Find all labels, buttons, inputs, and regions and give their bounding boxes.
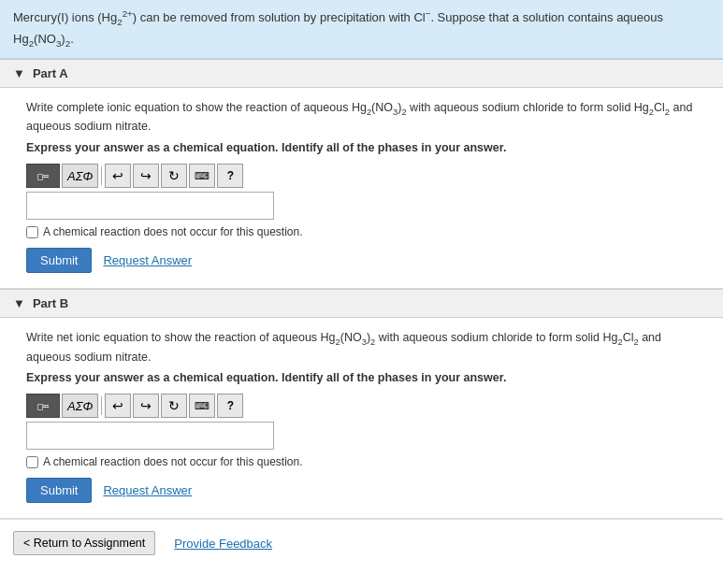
part-b-templates-btn[interactable]: □═ [26,394,60,418]
part-a-refresh-btn[interactable]: ↻ [161,164,187,188]
part-b-greek-btn[interactable]: ΑΣΦ [62,394,98,418]
part-b-action-row: Submit Request Answer [26,478,697,503]
part-a-submit-button[interactable]: Submit [26,248,92,273]
part-a-redo-btn[interactable]: ↪ [133,164,159,188]
part-b-no-reaction-checkbox[interactable] [26,456,38,468]
part-b-submit-button[interactable]: Submit [26,478,92,503]
part-b-refresh-btn[interactable]: ↻ [161,394,187,418]
footer-bar: < Return to Assignment Provide Feedback [0,519,723,566]
part-b-arrow[interactable]: ▼ [13,296,25,310]
page-wrapper: Mercury(I) ions (Hg22+) can be removed f… [0,0,723,588]
part-b-undo-btn[interactable]: ↩ [105,394,131,418]
part-a-answer-input[interactable] [26,192,274,220]
part-a-toolbar: □═ ΑΣΦ ↩ ↪ ↻ ⌨ ? [26,164,697,188]
part-b-label: Part B [33,296,68,310]
part-b-checkbox-label: A chemical reaction does not occur for t… [43,455,302,468]
part-b-checkbox-row: A chemical reaction does not occur for t… [26,455,697,468]
part-a-section: ▼ Part A Write complete ionic equation t… [0,59,723,289]
part-a-header: ▼ Part A [0,59,723,88]
part-a-undo-btn[interactable]: ↩ [105,164,131,188]
part-a-help-btn[interactable]: ? [217,164,243,188]
part-a-body: Write complete ionic equation to show th… [0,88,723,288]
part-a-arrow[interactable]: ▼ [13,66,25,80]
part-a-keyboard-btn[interactable]: ⌨ [189,164,215,188]
provide-feedback-link[interactable]: Provide Feedback [174,537,272,551]
toolbar-sep-1 [101,166,102,185]
part-b-body: Write net ionic equation to show the rea… [0,318,723,518]
part-a-instruction: Express your answer as a chemical equati… [26,141,697,154]
part-b-instruction: Express your answer as a chemical equati… [26,371,697,384]
part-a-greek-btn[interactable]: ΑΣΦ [62,164,98,188]
part-b-header: ▼ Part B [0,289,723,318]
part-b-help-btn[interactable]: ? [217,394,243,418]
part-a-templates-btn[interactable]: □═ [26,164,60,188]
part-a-label: Part A [33,66,68,80]
return-to-assignment-button[interactable]: < Return to Assignment [13,531,155,555]
part-b-redo-btn[interactable]: ↪ [133,394,159,418]
part-b-answer-input[interactable] [26,422,274,450]
part-a-no-reaction-checkbox[interactable] [26,226,38,238]
header-banner: Mercury(I) ions (Hg22+) can be removed f… [0,0,723,59]
part-b-request-answer-link[interactable]: Request Answer [103,483,192,497]
part-b-description: Write net ionic equation to show the rea… [26,329,697,366]
part-a-action-row: Submit Request Answer [26,248,697,273]
part-b-section: ▼ Part B Write net ionic equation to sho… [0,289,723,519]
header-text: Mercury(I) ions (Hg22+) can be removed f… [13,10,663,45]
toolbar-sep-2 [101,396,102,415]
part-a-description: Write complete ionic equation to show th… [26,99,697,136]
part-a-checkbox-label: A chemical reaction does not occur for t… [43,225,302,238]
part-b-keyboard-btn[interactable]: ⌨ [189,394,215,418]
part-a-checkbox-row: A chemical reaction does not occur for t… [26,225,697,238]
part-a-request-answer-link[interactable]: Request Answer [103,253,192,267]
part-b-toolbar: □═ ΑΣΦ ↩ ↪ ↻ ⌨ ? [26,394,697,418]
